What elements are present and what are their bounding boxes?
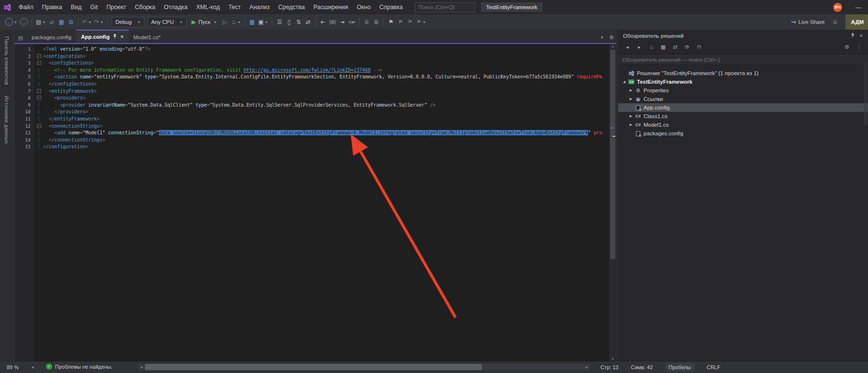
solution-explorer-search[interactable] [618, 54, 868, 65]
menu-item-git[interactable]: Git [86, 2, 102, 12]
scroll-left-icon[interactable]: ◂ [138, 364, 145, 370]
collapse-box-icon[interactable]: − [37, 89, 41, 93]
menu-item-edit[interactable]: Правка [38, 2, 67, 12]
horizontal-scrollbar-thumb[interactable] [145, 364, 482, 370]
bookmark-next-icon[interactable]: ⚑ [405, 16, 415, 28]
code-line[interactable]: 10│ </providers> [14, 109, 616, 116]
solution-explorer-search-input[interactable] [618, 57, 868, 63]
outlining-margin[interactable]: │ [34, 74, 43, 81]
se-home-icon[interactable]: ⌂ [646, 42, 657, 52]
outlining-margin[interactable]: − [34, 95, 43, 102]
task-list-icon[interactable]: ☰ [275, 16, 284, 28]
se-properties-icon[interactable]: ⚙ [842, 42, 852, 52]
se-collapse-all-icon[interactable]: ⊓ [694, 42, 704, 52]
code-line[interactable]: 5│ <section name="entityFramework" type=… [14, 74, 616, 81]
user-avatar[interactable]: ВЧ [833, 3, 842, 12]
editor-horizontal-scrollbar[interactable]: ◂ ▸ [138, 364, 590, 370]
model1-node[interactable]: ▶C#Model1.cs [618, 121, 868, 129]
code-line[interactable]: 15└</configuration> [14, 143, 616, 151]
code-editor[interactable]: 1<?xml version="1.0" encoding="utf-8"?>2… [14, 44, 616, 362]
code-line[interactable]: 2−<configuration> [14, 53, 616, 60]
document-list-icon[interactable]: ▤ [14, 33, 27, 43]
undo-icon[interactable]: ↶▼ [81, 16, 93, 28]
save-all-icon[interactable]: ⧉ [66, 16, 76, 28]
start-debugging-button[interactable]: ▶Пуск▼ [188, 16, 220, 28]
tab-app-config[interactable]: App.config✕ [76, 30, 129, 43]
data-sources-vertical-tab[interactable]: Источники данных [4, 96, 10, 144]
code-line[interactable]: 8− <providers> [14, 95, 616, 102]
code-line[interactable]: 6│ </configSections> [14, 81, 616, 88]
se-forward-icon[interactable]: ▸ [634, 42, 645, 52]
close-tab-icon[interactable]: ✕ [120, 34, 124, 39]
outlining-margin[interactable]: │ [34, 130, 43, 137]
tab-options-icon[interactable]: ⚙ [607, 32, 616, 43]
menu-item-help[interactable]: Справка [375, 2, 407, 12]
outlining-margin[interactable]: − [34, 88, 43, 95]
eol-indicator[interactable]: CRLF [707, 364, 721, 370]
menu-item-tools[interactable]: Средства [274, 2, 309, 12]
live-share-button[interactable]: ↪ Live Share [791, 19, 824, 25]
code-line[interactable]: 4│ <!-- For more information on Entity F… [14, 67, 616, 74]
menu-item-build[interactable]: Сборка [131, 2, 160, 12]
class1-node[interactable]: ▶C#Class1.cs [618, 112, 868, 121]
new-item-icon[interactable]: ▯ [284, 16, 294, 28]
toolbox-vertical-tab[interactable]: Панель элементов [4, 36, 10, 85]
editor-vertical-scrollbar[interactable]: ▴ ▾ [609, 44, 616, 362]
start-without-debugging-icon[interactable]: ▷ [220, 16, 230, 28]
code-line[interactable]: 13│ <add name="Model1" connectionString=… [14, 130, 616, 137]
navigate-backward-icon[interactable]: ←▼ [4, 16, 19, 28]
menu-item-view[interactable]: Вид [67, 2, 86, 12]
outlining-margin[interactable]: − [34, 123, 43, 130]
code-line[interactable]: 12− <connectionStrings> [14, 123, 616, 130]
line-indicator[interactable]: Стр: 13 [601, 364, 618, 370]
scrollbar-thumb[interactable] [610, 50, 615, 259]
se-switch-views-icon[interactable]: ▦ [658, 42, 668, 52]
minimize-button[interactable]: — [849, 4, 868, 11]
outlining-margin[interactable]: − [34, 60, 43, 67]
code-line[interactable]: 9│ <provider invariantName="System.Data.… [14, 102, 616, 109]
code-line[interactable]: 3− <configSections> [14, 60, 616, 67]
se-more-icon[interactable]: ⋮ [854, 42, 864, 52]
increase-indent-icon[interactable]: ⇥ [337, 16, 347, 28]
se-sync-active-document-icon[interactable]: ⇄ [670, 42, 680, 52]
spaces-indicator[interactable]: Пробелы [665, 363, 694, 372]
hot-reload-icon[interactable]: ♨▼ [230, 16, 242, 28]
outlining-margin[interactable]: │ [34, 137, 43, 144]
scroll-right-icon[interactable]: ▸ [584, 364, 590, 370]
platform-combo[interactable]: Any CPU▼ [147, 17, 187, 27]
menu-item-analyze[interactable]: Анализ [245, 2, 274, 12]
sort-members-icon[interactable]: ⇅ [294, 16, 303, 28]
menu-item-project[interactable]: Проект [102, 2, 131, 12]
collapse-box-icon[interactable]: − [37, 124, 41, 128]
code-line[interactable]: 1<?xml version="1.0" encoding="utf-8"?> [14, 46, 616, 53]
tab-packages-config[interactable]: packages.config [27, 31, 76, 43]
references-node[interactable]: ▶▣Ссылки [618, 95, 868, 103]
outlining-margin[interactable] [34, 46, 43, 53]
bookmark-previous-icon[interactable]: ⚑ [396, 16, 405, 28]
zoom-control[interactable]: 89 %▼ [3, 363, 38, 372]
collapse-box-icon[interactable]: − [37, 54, 41, 58]
sync-view-icon[interactable]: ⇄ [303, 16, 313, 28]
outlining-margin[interactable]: │ [34, 67, 43, 74]
code-line[interactable]: 7− <entityFramework> [14, 88, 616, 95]
menu-item-debug[interactable]: Отладка [160, 2, 192, 12]
project-node[interactable]: ◢C#TestEntityFramework [618, 77, 868, 86]
decrease-indent-icon[interactable]: ⇤ [318, 16, 328, 28]
open-file-icon[interactable]: ▱ [47, 16, 56, 28]
save-icon[interactable]: ▦ [56, 16, 66, 28]
outlining-margin[interactable]: − [34, 53, 43, 60]
menu-item-file[interactable]: Файл [14, 2, 38, 12]
redo-icon[interactable]: ↷▼ [93, 16, 105, 28]
close-icon[interactable]: ✕ [859, 33, 863, 39]
outlining-margin[interactable]: └ [34, 143, 43, 151]
collapse-box-icon[interactable]: − [37, 96, 41, 100]
debug-target-combo[interactable]: Debug▼ [111, 17, 145, 27]
pin-icon[interactable] [113, 34, 117, 40]
new-project-icon[interactable]: ▤▼ [34, 16, 47, 28]
toggle-entity-icon[interactable]: [@] [328, 16, 337, 28]
code-line[interactable]: 11│ </entityFramework> [14, 116, 616, 123]
solution-explorer-scrollbar[interactable] [864, 63, 868, 125]
pin-icon[interactable] [851, 33, 855, 39]
outlining-margin[interactable]: │ [34, 81, 43, 88]
preview-window-icon[interactable]: ▣▼ [257, 16, 269, 28]
